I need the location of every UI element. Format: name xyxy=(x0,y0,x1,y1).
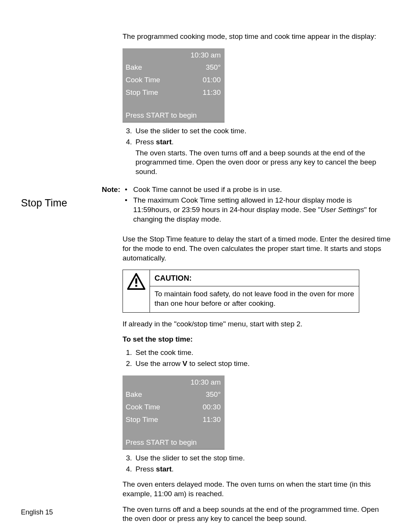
step-text-b: to select stop time. xyxy=(187,359,250,367)
display-cooktime-value: 00:30 xyxy=(202,403,221,412)
note-bullet-1: Cook Time cannot be used if a probe is i… xyxy=(123,185,391,195)
steps-list-c: Use the slider to set the stop time. Pre… xyxy=(123,454,391,474)
step-text-suffix: . xyxy=(172,465,174,473)
step-4: Press start. xyxy=(134,465,391,474)
set-stop-heading: To set the stop time: xyxy=(123,335,391,344)
step-text: Set the cook time. xyxy=(135,348,193,356)
section-heading-stop-time: Stop Time xyxy=(21,197,67,210)
display-footer: Press START to begin xyxy=(123,109,225,122)
display-mode-value: 350° xyxy=(206,63,221,72)
display-cooktime-label: Cook Time xyxy=(126,75,160,85)
steps-list-a: Use the slider to set the cook time. Pre… xyxy=(123,126,391,176)
caution-body: To maintain food safety, do not leave fo… xyxy=(150,286,359,312)
step-text-suffix: . xyxy=(172,138,174,146)
warning-icon xyxy=(127,273,145,290)
already-in-text: If already in the "cook/stop time" menu,… xyxy=(123,320,391,329)
tail-para-2: The oven turns off and a beep sounds at … xyxy=(123,505,391,524)
display-mode-label: Bake xyxy=(126,390,142,399)
stop-time-column: Use the Stop Time feature to delay the s… xyxy=(123,235,391,524)
display-cooktime-value: 01:00 xyxy=(202,75,221,85)
oven-display-panel-2: 10:30 am Bake 350° Cook Time 00:30 Stop … xyxy=(123,375,225,450)
page-footer: English 15 xyxy=(21,508,53,517)
step-text-prefix: Press xyxy=(135,138,156,146)
display-cooktime-label: Cook Time xyxy=(126,403,160,412)
caution-box: CAUTION: To maintain food safety, do not… xyxy=(123,270,359,312)
oven-display-panel-1: 10:30 am Bake 350° Cook Time 01:00 Stop … xyxy=(123,48,225,123)
display-stoptime-label: Stop Time xyxy=(126,88,158,97)
step-1: Set the cook time. xyxy=(134,348,391,358)
display-stoptime-value: 11:30 xyxy=(202,415,221,425)
step-text-bold: start xyxy=(156,465,172,473)
display-mode-label: Bake xyxy=(126,63,142,72)
intro-text: The programmed cooking mode, stop time a… xyxy=(123,32,391,42)
step-text-bold: start xyxy=(156,138,172,146)
caution-title: CAUTION: xyxy=(150,270,359,286)
step-text: Use the slider to set the cook time. xyxy=(135,127,246,135)
step-2: Use the arrow V to select stop time. xyxy=(134,359,391,369)
step-3: Use the slider to set the cook time. xyxy=(134,126,391,136)
caution-icon-cell xyxy=(123,270,150,312)
svg-rect-1 xyxy=(135,278,137,284)
tail-para-1: The oven enters delayed mode. The oven t… xyxy=(123,480,391,498)
display-stoptime-value: 11:30 xyxy=(202,88,221,97)
step-text-prefix: Press xyxy=(135,465,156,473)
note-block: Note: Cook Time cannot be used if a prob… xyxy=(123,185,391,226)
display-stoptime-label: Stop Time xyxy=(126,415,158,425)
display-footer: Press START to begin xyxy=(123,436,225,449)
steps-list-b: Set the cook time. Use the arrow V to se… xyxy=(123,348,391,368)
manual-page: The programmed cooking mode, stop time a… xyxy=(0,0,411,532)
note-text-a: The maximum Cook Time setting allowed in… xyxy=(133,196,352,214)
note-text: Cook Time cannot be used if a probe is i… xyxy=(133,185,282,193)
note-bullets: Cook Time cannot be used if a probe is i… xyxy=(123,185,391,226)
display-mode-value: 350° xyxy=(206,390,221,399)
display-clock: 10:30 am xyxy=(191,51,221,60)
svg-rect-2 xyxy=(135,285,137,287)
display-clock: 10:30 am xyxy=(191,378,221,387)
step-body: The oven starts. The oven turns off and … xyxy=(135,149,391,177)
step-text-bold: V xyxy=(183,359,188,367)
content-column: The programmed cooking mode, stop time a… xyxy=(123,32,391,225)
step-text: Use the slider to set the stop time. xyxy=(135,454,245,462)
note-bullet-2: The maximum Cook Time setting allowed in… xyxy=(123,196,391,224)
step-text-a: Use the arrow xyxy=(135,359,183,367)
note-label: Note: xyxy=(99,185,123,226)
stop-time-intro: Use the Stop Time feature to delay the s… xyxy=(123,235,391,263)
step-3: Use the slider to set the stop time. xyxy=(134,454,391,463)
step-4: Press start. The oven starts. The oven t… xyxy=(134,137,391,177)
note-text-italic: User Settings xyxy=(321,206,364,214)
